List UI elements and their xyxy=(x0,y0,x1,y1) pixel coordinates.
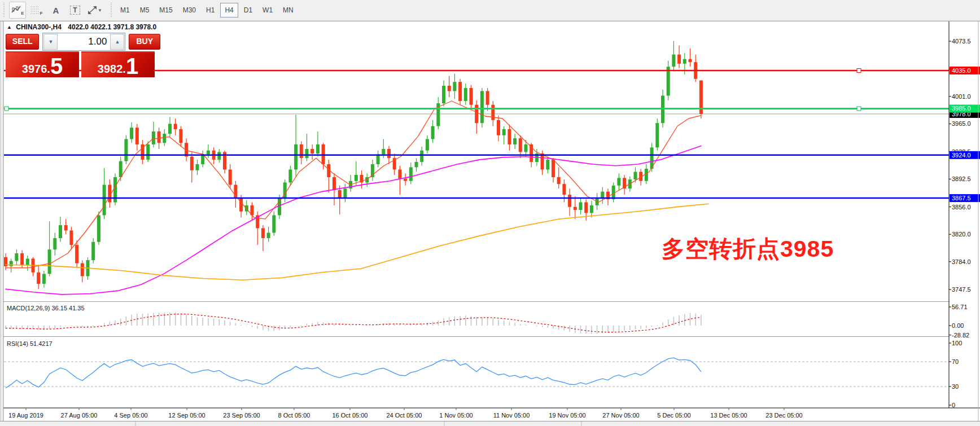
chart-text-annotation[interactable]: 多空转折点3985 xyxy=(662,234,834,265)
tab-timeframe-h1[interactable]: H1 xyxy=(202,3,219,17)
buy-price-box[interactable]: 3982.1 xyxy=(81,51,155,77)
tab-timeframe-m30[interactable]: M30 xyxy=(178,3,200,17)
macd-axis-label: -28.82 xyxy=(952,332,969,339)
grid-icon[interactable]: F xyxy=(28,2,45,19)
candle-body xyxy=(305,149,309,158)
status-strip xyxy=(0,421,980,426)
tab-timeframe-m15[interactable]: M15 xyxy=(155,3,177,17)
tab-timeframe-m5[interactable]: M5 xyxy=(135,3,154,17)
candle-body xyxy=(300,144,303,158)
price-badge-label: 3867.5 xyxy=(952,195,971,201)
chart-area[interactable]: 4073.54037.04001.03965.03928.53892.53856… xyxy=(0,21,980,426)
tab-timeframe-d1[interactable]: D1 xyxy=(239,3,257,17)
time-axis-label: 27 Nov 05:00 xyxy=(602,412,639,419)
candle-body xyxy=(519,138,522,152)
time-axis-label: 8 Oct 05:00 xyxy=(278,412,310,419)
line-handle[interactable] xyxy=(5,107,8,111)
macd-label: MACD(12,26,9) 36.15 41.35 xyxy=(7,305,85,311)
time-axis-label: 13 Dec 05:00 xyxy=(710,412,747,419)
sell-price-pips: 5 xyxy=(50,54,63,79)
candle-body xyxy=(683,59,686,64)
volume-input[interactable] xyxy=(58,33,110,50)
sell-button[interactable]: SELL xyxy=(6,34,39,50)
time-axis-label: 12 Sep 05:00 xyxy=(168,412,205,419)
candle-body xyxy=(579,203,583,210)
tab-timeframe-h4[interactable]: H4 xyxy=(220,3,238,17)
candle-body xyxy=(431,126,435,139)
candle-body xyxy=(415,162,418,167)
price-tick-label: 4073.5 xyxy=(952,38,971,45)
candle-body xyxy=(601,192,604,198)
line-handle[interactable] xyxy=(857,107,861,111)
candle-body xyxy=(568,195,571,207)
time-axis-label: 23 Dec 05:00 xyxy=(765,412,802,419)
one-click-trading-panel: SELL ▼ ▲ BUY 3976.5 3982.1 xyxy=(6,33,160,77)
candle-body xyxy=(91,242,95,260)
volume-increase-button[interactable]: ▲ xyxy=(110,34,124,50)
price-tick-label: 3965.0 xyxy=(952,120,971,127)
candle-body xyxy=(562,184,566,195)
tab-timeframe-mn[interactable]: MN xyxy=(278,3,298,17)
arrows-glyph xyxy=(88,6,98,15)
volume-decrease-button[interactable]: ▼ xyxy=(43,34,58,50)
candle-body xyxy=(655,123,659,147)
pane-separator[interactable] xyxy=(0,301,980,302)
candle-body xyxy=(387,149,391,158)
candle-body xyxy=(75,245,78,263)
candle-body xyxy=(26,258,29,265)
candle-body xyxy=(267,233,270,238)
candle-body xyxy=(69,230,73,245)
candle-body xyxy=(426,139,429,150)
candle-body xyxy=(217,152,221,160)
text-box-glyph: T xyxy=(70,6,80,15)
buy-price-pips: 1 xyxy=(126,54,138,79)
candle-body xyxy=(590,205,593,213)
candle-body xyxy=(480,91,484,123)
time-axis-label: 27 Aug 05:00 xyxy=(61,412,98,419)
sell-price-box[interactable]: 3976.5 xyxy=(6,51,79,77)
tab-timeframe-m1[interactable]: M1 xyxy=(116,3,134,17)
arrows-tool-icon[interactable]: ▾ xyxy=(86,2,103,19)
time-axis-label: 19 Nov 05:00 xyxy=(549,412,585,419)
price-tick-label: 3747.5 xyxy=(952,286,971,293)
chart-title: ▲ CHINA300-,H4 4022.0 4022.1 3971.8 3978… xyxy=(7,23,156,31)
candle-body xyxy=(15,253,18,261)
candle-body xyxy=(239,197,243,211)
collapse-triangle-icon[interactable]: ▲ xyxy=(7,24,12,30)
candle-body xyxy=(135,128,139,144)
candle-body xyxy=(316,144,320,153)
candle-body xyxy=(524,144,528,152)
candle-body xyxy=(201,154,204,164)
buy-button[interactable]: BUY xyxy=(129,34,160,50)
candle-body xyxy=(59,225,62,238)
trading-platform-window: E F A T ▾ M1 M5 M15 M30 xyxy=(0,0,980,426)
time-axis-label: 19 Aug 2019 xyxy=(8,412,43,419)
toolbar-grip[interactable] xyxy=(2,3,6,17)
grid-glyph xyxy=(30,6,41,15)
candle-body xyxy=(272,215,275,232)
text-label-icon[interactable]: A xyxy=(47,2,64,19)
pane-separator[interactable] xyxy=(0,336,980,337)
candle-body xyxy=(20,253,24,265)
line-handle[interactable] xyxy=(857,68,861,72)
price-axis-background xyxy=(950,21,980,408)
chart-window-icon[interactable]: E xyxy=(9,2,26,19)
chart-canvas[interactable]: 4073.54037.04001.03965.03928.53892.53856… xyxy=(0,21,980,426)
toolbar-grip-2[interactable] xyxy=(110,3,113,17)
candle-body xyxy=(584,203,588,213)
time-axis-label: 24 Oct 05:00 xyxy=(387,412,422,419)
symbol-period-label: CHINA300-,H4 xyxy=(16,23,62,31)
price-tick-label: 3784.0 xyxy=(952,258,971,265)
buy-price-main: 3982 xyxy=(98,56,123,81)
time-axis-label: 1 Nov 05:00 xyxy=(439,412,473,419)
tab-timeframe-w1[interactable]: W1 xyxy=(258,3,277,17)
text-box-icon[interactable]: T xyxy=(67,2,84,19)
candle-body xyxy=(190,157,194,170)
candle-body xyxy=(497,120,500,135)
price-badge-label: 4035.0 xyxy=(952,67,971,74)
candle-body xyxy=(404,179,407,181)
candle-body xyxy=(10,261,13,266)
candle-body xyxy=(333,177,336,190)
candle-body xyxy=(677,55,681,64)
dropdown-caret-icon[interactable]: ▾ xyxy=(99,7,102,13)
